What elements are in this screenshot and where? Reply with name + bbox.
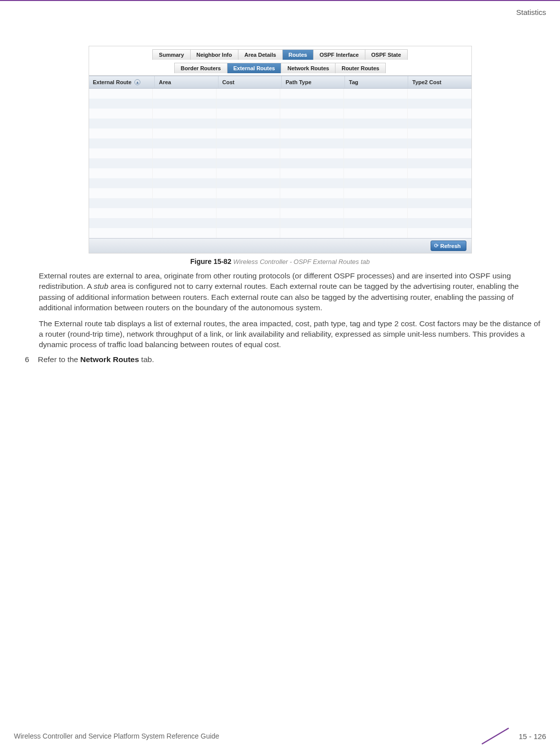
page-header-section: Statistics — [516, 8, 546, 16]
figure-caption: Figure 15-82 Wireless Controller - OSPF … — [16, 257, 544, 265]
ospf-screenshot: Summary Neighbor Info Area Details Route… — [89, 46, 472, 253]
refresh-button[interactable]: ⟳ Refresh — [431, 241, 466, 251]
step-number: 6 — [25, 355, 32, 364]
tab-area-details[interactable]: Area Details — [238, 50, 283, 60]
footer-slash-icon — [478, 727, 513, 745]
secondary-tabs-row: Border Routers External Routes Network R… — [89, 60, 471, 76]
table-row — [89, 208, 471, 218]
p1-stub-word: stub — [94, 282, 108, 290]
table-row — [89, 228, 471, 238]
tab-summary[interactable]: Summary — [153, 50, 190, 60]
step-6: 6 Refer to the Network Routes tab. — [25, 355, 544, 364]
figure-title: Wireless Controller - OSPF External Rout… — [233, 258, 370, 265]
col-cost[interactable]: Cost — [219, 76, 282, 88]
table-row — [89, 109, 471, 119]
table-row — [89, 198, 471, 208]
table-row — [89, 99, 471, 109]
col-external-route-label: External Route — [93, 79, 132, 85]
subtab-external-routes[interactable]: External Routes — [227, 63, 282, 73]
table-row — [89, 119, 471, 128]
refresh-icon: ⟳ — [434, 243, 439, 249]
col-area[interactable]: Area — [155, 76, 218, 88]
footer-guide-title: Wireless Controller and Service Platform… — [14, 732, 219, 740]
table-body — [89, 89, 471, 238]
tab-ospf-state[interactable]: OSPF State — [365, 50, 407, 60]
screenshot-footer-bar: ⟳ Refresh — [89, 238, 471, 253]
col-path-type[interactable]: Path Type — [282, 76, 345, 88]
page-footer: Wireless Controller and Service Platform… — [14, 727, 546, 745]
table-row — [89, 89, 471, 99]
primary-tabs-row: Summary Neighbor Info Area Details Route… — [89, 46, 471, 60]
table-row — [89, 148, 471, 158]
table-row — [89, 128, 471, 138]
table-row — [89, 188, 471, 198]
svg-line-0 — [482, 728, 509, 744]
step-text-b: tab. — [139, 355, 154, 364]
paragraph-1: External routes are external to area, or… — [39, 270, 544, 313]
tab-routes[interactable]: Routes — [283, 50, 314, 60]
table-row — [89, 218, 471, 228]
table-row — [89, 138, 471, 148]
table-header-row: External Route ▲ Area Cost Path Type Tag… — [89, 76, 471, 89]
table-row — [89, 178, 471, 188]
step-text-a: Refer to the — [38, 355, 80, 364]
sort-asc-icon: ▲ — [134, 79, 140, 85]
col-external-route[interactable]: External Route ▲ — [89, 76, 155, 88]
subtab-router-routes[interactable]: Router Routes — [336, 63, 385, 73]
tab-neighbor-info[interactable]: Neighbor Info — [191, 50, 239, 60]
tab-ospf-interface[interactable]: OSPF Interface — [314, 50, 365, 60]
table-row — [89, 158, 471, 168]
footer-page-number: 15 - 126 — [519, 732, 546, 741]
step-bold-ref: Network Routes — [80, 355, 139, 364]
subtab-network-routes[interactable]: Network Routes — [281, 63, 336, 73]
paragraph-2: The External route tab displays a list o… — [39, 318, 544, 350]
p1-part-b: area is configured not to carry external… — [39, 282, 519, 312]
subtab-border-routers[interactable]: Border Routers — [175, 63, 227, 73]
col-type2-cost[interactable]: Type2 Cost — [408, 76, 471, 88]
table-row — [89, 168, 471, 178]
figure-number: Figure 15-82 — [190, 257, 231, 265]
col-tag[interactable]: Tag — [345, 76, 408, 88]
refresh-button-label: Refresh — [441, 243, 461, 249]
